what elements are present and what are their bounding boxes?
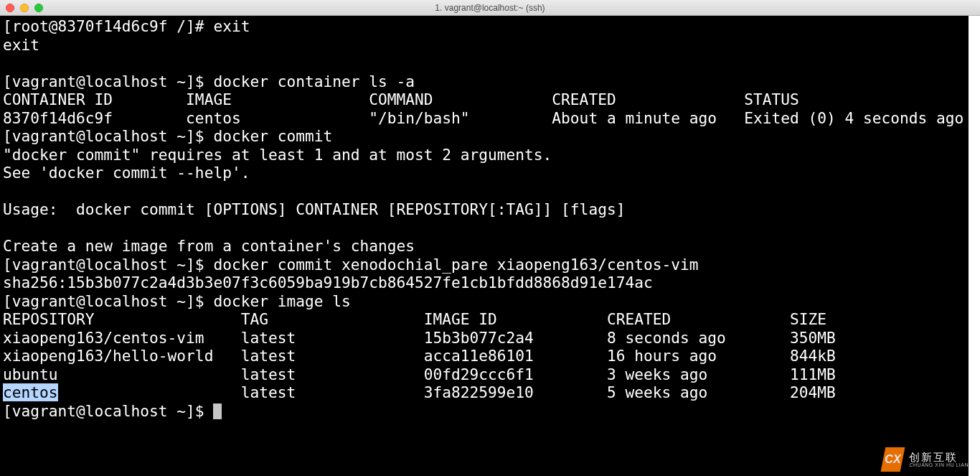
terminal-line: latest 3fa822599e10 5 weeks ago 204MB	[58, 383, 836, 401]
watermark-cn: 创新互联	[909, 452, 969, 462]
titlebar: 1. vagrant@localhost:~ (ssh)	[0, 0, 980, 16]
terminal-line: sha256:15b3b077c2a4d3b3e07f3c6059ba919b7…	[3, 274, 653, 291]
terminal-line: See 'docker commit --help'.	[3, 164, 250, 182]
maximize-icon[interactable]	[34, 4, 43, 12]
terminal-line: xiaopeng163/hello-world latest acca11e86…	[3, 347, 836, 365]
terminal-line: [root@8370f14d6c9f /]# exit	[3, 17, 250, 35]
cursor-icon	[213, 403, 222, 419]
terminal-line: Create a new image from a container's ch…	[3, 237, 415, 255]
watermark-en: CHUANG XIN HU LIAN	[909, 462, 969, 467]
terminal-line: [vagrant@localhost ~]$ docker commit xen…	[3, 256, 698, 274]
close-icon[interactable]	[6, 4, 14, 12]
terminal-line: ubuntu latest 00fd29ccc6f1 3 weeks ago 1…	[3, 365, 836, 383]
terminal-prompt: [vagrant@localhost ~]$	[3, 402, 213, 420]
terminal-line: [vagrant@localhost ~]$ docker commit	[3, 127, 332, 145]
minimize-icon[interactable]	[20, 4, 29, 12]
terminal-line: CONTAINER ID IMAGE COMMAND CREATED STATU…	[3, 90, 980, 108]
terminal-line: 8370f14d6c9f centos "/bin/bash" About a …	[3, 109, 980, 127]
terminal-line: "docker commit" requires at least 1 and …	[3, 146, 552, 164]
watermark-logo-icon	[880, 447, 905, 472]
terminal-line: exit	[3, 36, 39, 54]
window-title: 1. vagrant@localhost:~ (ssh)	[435, 3, 545, 13]
scrollbar-track[interactable]	[969, 16, 980, 476]
terminal[interactable]: [root@8370f14d6c9f /]# exit exit [vagran…	[0, 16, 980, 476]
terminal-line: Usage: docker commit [OPTIONS] CONTAINER…	[3, 200, 625, 218]
terminal-line: REPOSITORY TAG IMAGE ID CREATED SIZE	[3, 310, 826, 328]
traffic-lights	[6, 4, 43, 12]
terminal-line: [vagrant@localhost ~]$ docker container …	[3, 73, 415, 90]
terminal-line: [vagrant@localhost ~]$ docker image ls	[3, 292, 351, 310]
selected-text: centos	[3, 383, 58, 401]
terminal-line: xiaopeng163/centos-vim latest 15b3b077c2…	[3, 329, 836, 347]
watermark: 创新互联 CHUANG XIN HU LIAN	[880, 447, 969, 472]
